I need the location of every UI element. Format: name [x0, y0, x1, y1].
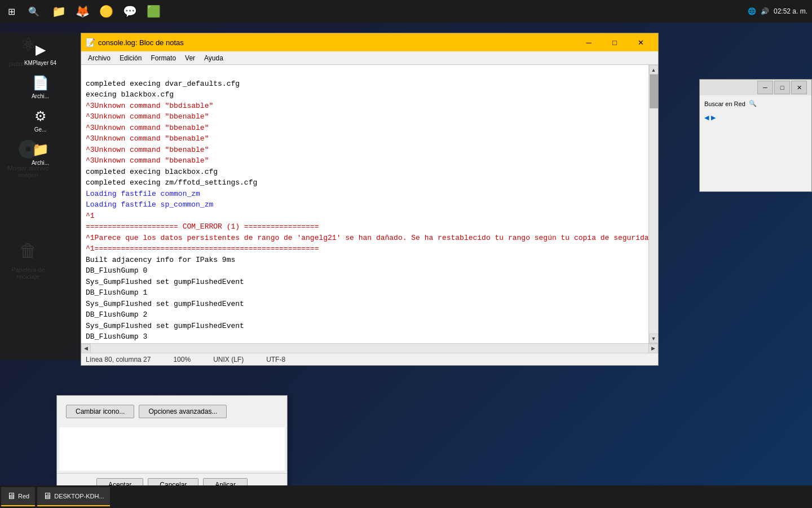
close-button[interactable]: ✕: [628, 33, 654, 51]
notepad-window-title: console.log: Bloc de notas: [98, 38, 576, 47]
taskbar-icon-app1[interactable]: 🟡: [95, 0, 117, 23]
notepad-window-icon: 📝: [86, 38, 95, 47]
search-label: Buscar en Red: [704, 100, 745, 107]
notepad-content-area: completed execing dvar_defaults.cfg exec…: [81, 65, 658, 343]
bg-nav-row: ◀ ▶: [700, 112, 811, 124]
scroll-track-vertical[interactable]: [649, 75, 658, 334]
clock: 02:52 a. m.: [774, 7, 807, 15]
scroll-up-arrow[interactable]: ▲: [649, 65, 659, 75]
bg-minimize-button[interactable]: ─: [757, 81, 773, 94]
scroll-down-arrow[interactable]: ▼: [649, 334, 659, 343]
taskbar-app-red[interactable]: 🖥 Red: [1, 487, 35, 506]
folder-icon: 📁: [32, 142, 49, 157]
folder-app[interactable]: 📁 Archi...: [0, 137, 81, 170]
search-button[interactable]: 🔍: [23, 0, 45, 23]
horizontal-scrollbar[interactable]: ◀ ▶: [81, 343, 658, 353]
taskbar-top: ⊞ 🔍 📁 🦊 🟡 💬 🟩 🌐 🔊 02:52 a. m.: [0, 0, 812, 23]
scroll-thumb-vertical[interactable]: [650, 75, 658, 108]
desktop-app-icon: 🖥: [43, 491, 52, 501]
status-zoom: 100%: [173, 356, 191, 364]
settings-label: Ge...: [34, 126, 47, 133]
bg-close-button[interactable]: ✕: [791, 81, 807, 94]
bg-window-controls: ─ □ ✕: [757, 81, 807, 94]
dialog-buttons-area: Cambiar icono... Opciones avanzadas...: [57, 396, 287, 427]
background-window: ─ □ ✕ Buscar en Red 🔍 ◀ ▶: [699, 79, 812, 192]
nav-arrow-right[interactable]: ▶: [711, 114, 716, 121]
taskbar-system-tray: 🌐 🔊 02:52 a. m.: [748, 7, 812, 15]
dialog-content: [59, 427, 285, 471]
taskbar-pinned-icons: 📁 🦊 🟡 💬 🟩: [47, 0, 165, 23]
status-line-ending: UNIX (LF): [213, 356, 244, 364]
taskbar-icon-firefox[interactable]: 🦊: [71, 0, 94, 23]
archive-icon: 📄: [32, 75, 49, 91]
menu-archivo[interactable]: Archivo: [83, 53, 115, 63]
dialog-window: Cambiar icono... Opciones avanzadas... A…: [56, 395, 288, 497]
maximize-button[interactable]: □: [602, 33, 628, 51]
status-encoding: UTF-8: [266, 356, 285, 364]
settings-app[interactable]: ⚙ Ge...: [0, 104, 81, 137]
taskbar-app-desktop[interactable]: 🖥 DESKTOP-KDH...: [37, 487, 109, 506]
bg-search-icon: 🔍: [749, 100, 757, 107]
bg-window-titlebar: ─ □ ✕: [700, 80, 811, 95]
archive-app[interactable]: 📄 Archi...: [0, 71, 81, 104]
notepad-text-area[interactable]: completed execing dvar_defaults.cfg exec…: [81, 65, 648, 343]
notepad-titlebar[interactable]: 📝 console.log: Bloc de notas ─ □ ✕: [81, 33, 658, 51]
notepad-text-content: completed execing dvar_defaults.cfg exec…: [81, 65, 648, 343]
menu-ayuda[interactable]: Ayuda: [200, 53, 228, 63]
notepad-menubar: Archivo Edición Formato Ver Ayuda: [81, 51, 658, 65]
notepad-window: 📝 console.log: Bloc de notas ─ □ ✕ Archi…: [81, 33, 659, 366]
start-button[interactable]: ⊞: [0, 0, 23, 23]
desktop: ⊞ 🔍 📁 🦊 🟡 💬 🟩 🌐 🔊 02:52 a. m. ⚛ plutoniu…: [0, 0, 812, 508]
kmplayer-label: KMPlayer 64: [24, 60, 56, 66]
scroll-track-horizontal[interactable]: [91, 344, 648, 353]
red-app-label: Red: [18, 493, 29, 500]
kmplayer-app[interactable]: ▶ KMPlayer 64: [0, 37, 81, 71]
kmplayer-icon: ▶: [36, 42, 46, 58]
settings-icon: ⚙: [34, 108, 47, 124]
scroll-left-arrow[interactable]: ◀: [81, 344, 91, 353]
taskbar-icon-app2[interactable]: 💬: [118, 0, 141, 23]
vertical-scrollbar[interactable]: ▲ ▼: [648, 65, 658, 343]
network-icon: 🌐: [748, 7, 756, 15]
red-app-icon: 🖥: [7, 491, 16, 501]
volume-icon: 🔊: [761, 7, 769, 15]
advanced-options-button[interactable]: Opciones avanzadas...: [139, 405, 227, 418]
scroll-right-arrow[interactable]: ▶: [648, 344, 658, 353]
nav-arrow-left[interactable]: ◀: [704, 114, 709, 121]
menu-ver[interactable]: Ver: [180, 53, 200, 63]
window-controls: ─ □ ✕: [576, 33, 654, 51]
archive-label: Archi...: [32, 93, 49, 99]
taskbar-bottom: 🖥 Red 🖥 DESKTOP-KDH...: [0, 485, 812, 508]
menu-formato[interactable]: Formato: [146, 53, 180, 63]
taskbar-icon-file-explorer[interactable]: 📁: [47, 0, 70, 23]
status-line-col: Línea 80, columna 27: [86, 356, 151, 364]
bg-maximize-button[interactable]: □: [774, 81, 790, 94]
change-icon-button[interactable]: Cambiar icono...: [66, 405, 134, 418]
desktop-app-label: DESKTOP-KDH...: [54, 493, 104, 500]
minimize-button[interactable]: ─: [576, 33, 602, 51]
left-app-panel: ▶ KMPlayer 64 📄 Archi... ⚙ Ge... 📁 Archi…: [0, 33, 81, 360]
menu-edicion[interactable]: Edición: [115, 53, 146, 63]
notepad-statusbar: Línea 80, columna 27 100% UNIX (LF) UTF-…: [81, 353, 658, 365]
taskbar-icon-app3[interactable]: 🟩: [142, 0, 165, 23]
folder-label: Archi...: [32, 160, 49, 166]
bg-window-content: Buscar en Red 🔍: [700, 95, 811, 112]
